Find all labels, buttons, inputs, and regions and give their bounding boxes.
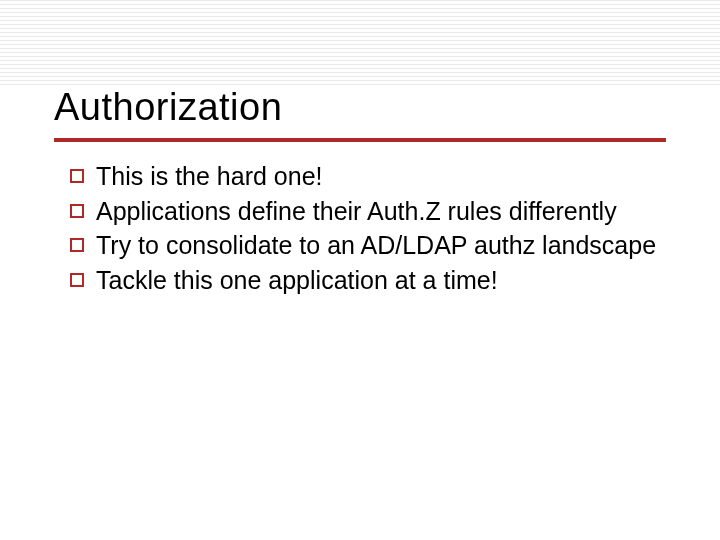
bullet-text: This is the hard one! [96,160,660,193]
list-item: Applications define their Auth.Z rules d… [70,195,660,228]
bullet-text: Try to consolidate to an AD/LDAP authz l… [96,229,660,262]
slide-title: Authorization [54,86,282,129]
list-item: Tackle this one application at a time! [70,264,660,297]
header-rule-pattern [0,0,720,85]
square-bullet-icon [70,204,84,218]
list-item: This is the hard one! [70,160,660,193]
list-item: Try to consolidate to an AD/LDAP authz l… [70,229,660,262]
square-bullet-icon [70,238,84,252]
slide: Authorization This is the hard one! Appl… [0,0,720,540]
bullet-text: Applications define their Auth.Z rules d… [96,195,660,228]
square-bullet-icon [70,169,84,183]
square-bullet-icon [70,273,84,287]
bullet-text: Tackle this one application at a time! [96,264,660,297]
slide-body: This is the hard one! Applications defin… [70,160,660,298]
title-underline [54,138,666,142]
